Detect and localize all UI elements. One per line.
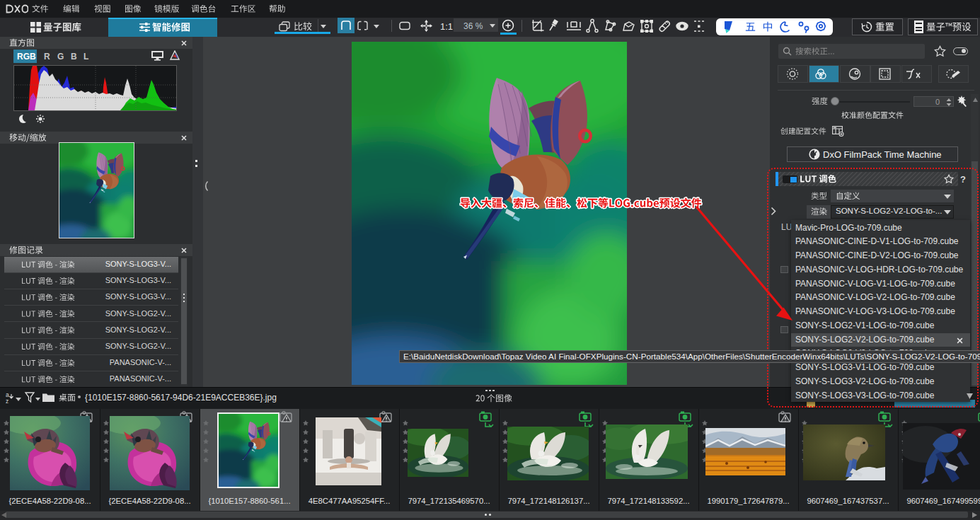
- svg-text:z: z: [6, 398, 8, 404]
